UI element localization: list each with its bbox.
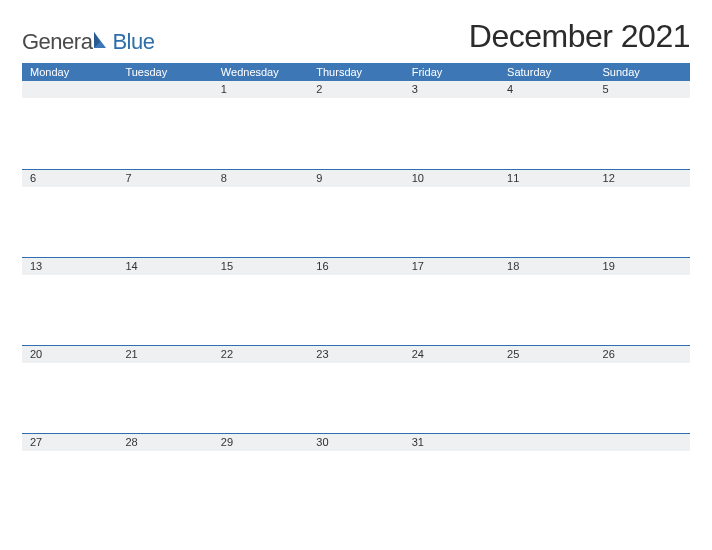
- day-cell: 22: [213, 345, 308, 433]
- day-cell: 6: [22, 169, 117, 257]
- day-cell: 18: [499, 257, 594, 345]
- day-cell: 21: [117, 345, 212, 433]
- day-number: 11: [499, 170, 594, 187]
- day-cell: 5: [595, 81, 690, 169]
- day-number: 27: [22, 434, 117, 451]
- day-number: 19: [595, 258, 690, 275]
- day-cell: 28: [117, 433, 212, 521]
- day-number: 23: [308, 346, 403, 363]
- day-number: 4: [499, 81, 594, 98]
- day-number: 29: [213, 434, 308, 451]
- weekday-header: Monday: [22, 63, 117, 81]
- day-number: 1: [213, 81, 308, 98]
- day-number: 14: [117, 258, 212, 275]
- brand-name-part2: Blue: [112, 29, 154, 55]
- brand-logo: GeneraBlue: [22, 23, 154, 55]
- day-cell: 10: [404, 169, 499, 257]
- day-cell: 3: [404, 81, 499, 169]
- day-number: 22: [213, 346, 308, 363]
- day-cell: 7: [117, 169, 212, 257]
- weekday-header: Saturday: [499, 63, 594, 81]
- page-title: December 2021: [469, 18, 690, 55]
- calendar-grid: Monday Tuesday Wednesday Thursday Friday…: [22, 63, 690, 521]
- weekday-header-row: Monday Tuesday Wednesday Thursday Friday…: [22, 63, 690, 81]
- day-cell: [595, 433, 690, 521]
- day-cell: 11: [499, 169, 594, 257]
- day-number: 15: [213, 258, 308, 275]
- day-cell: 25: [499, 345, 594, 433]
- day-cell: 15: [213, 257, 308, 345]
- calendar-body: 1 2 3 4 5 6 7 8 9 10 11 12 13 14 15 16 1…: [22, 81, 690, 521]
- day-number: 10: [404, 170, 499, 187]
- day-number: 12: [595, 170, 690, 187]
- day-number: 3: [404, 81, 499, 98]
- header: GeneraBlue December 2021: [22, 18, 690, 55]
- day-cell: 20: [22, 345, 117, 433]
- day-cell: 23: [308, 345, 403, 433]
- day-number: 24: [404, 346, 499, 363]
- day-number: 26: [595, 346, 690, 363]
- week-row: 13 14 15 16 17 18 19: [22, 257, 690, 345]
- day-number: 28: [117, 434, 212, 451]
- day-cell: 14: [117, 257, 212, 345]
- day-cell: [499, 433, 594, 521]
- day-number: [117, 81, 212, 98]
- day-number: 9: [308, 170, 403, 187]
- day-cell: 4: [499, 81, 594, 169]
- day-cell: 16: [308, 257, 403, 345]
- day-number: 2: [308, 81, 403, 98]
- weekday-header: Tuesday: [117, 63, 212, 81]
- day-cell: 12: [595, 169, 690, 257]
- brand-l-icon: [93, 31, 107, 49]
- day-cell: 30: [308, 433, 403, 521]
- day-cell: 9: [308, 169, 403, 257]
- day-number: 25: [499, 346, 594, 363]
- day-number: [22, 81, 117, 98]
- day-number: 18: [499, 258, 594, 275]
- weekday-header: Wednesday: [213, 63, 308, 81]
- day-number: [595, 434, 690, 451]
- week-row: 20 21 22 23 24 25 26: [22, 345, 690, 433]
- day-number: 7: [117, 170, 212, 187]
- day-number: 8: [213, 170, 308, 187]
- weekday-header: Sunday: [595, 63, 690, 81]
- day-cell: 17: [404, 257, 499, 345]
- day-cell: 8: [213, 169, 308, 257]
- week-row: 27 28 29 30 31: [22, 433, 690, 521]
- day-number: 16: [308, 258, 403, 275]
- day-cell: 29: [213, 433, 308, 521]
- brand-name: Genera: [22, 29, 108, 55]
- day-cell: 13: [22, 257, 117, 345]
- day-number: 13: [22, 258, 117, 275]
- day-number: 21: [117, 346, 212, 363]
- day-cell: 19: [595, 257, 690, 345]
- day-number: 31: [404, 434, 499, 451]
- day-cell: 31: [404, 433, 499, 521]
- weekday-header: Friday: [404, 63, 499, 81]
- day-cell: 26: [595, 345, 690, 433]
- day-cell: [22, 81, 117, 169]
- day-number: 20: [22, 346, 117, 363]
- calendar-page: GeneraBlue December 2021 Monday Tuesday …: [0, 0, 712, 541]
- day-number: 5: [595, 81, 690, 98]
- day-number: 17: [404, 258, 499, 275]
- day-cell: 1: [213, 81, 308, 169]
- day-number: [499, 434, 594, 451]
- day-cell: 24: [404, 345, 499, 433]
- day-cell: 2: [308, 81, 403, 169]
- day-cell: [117, 81, 212, 169]
- day-number: 30: [308, 434, 403, 451]
- week-row: 1 2 3 4 5: [22, 81, 690, 169]
- brand-name-part1: Genera: [22, 29, 92, 54]
- week-row: 6 7 8 9 10 11 12: [22, 169, 690, 257]
- day-cell: 27: [22, 433, 117, 521]
- weekday-header: Thursday: [308, 63, 403, 81]
- day-number: 6: [22, 170, 117, 187]
